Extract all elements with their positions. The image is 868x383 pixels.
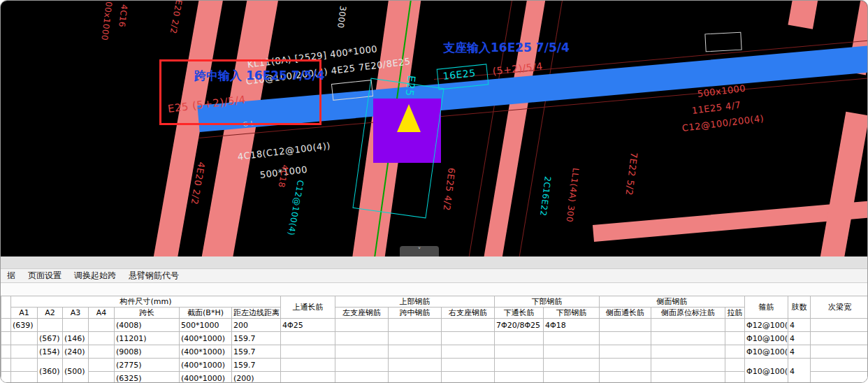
table-cell[interactable]: (200) [232,372,281,383]
table-cell[interactable] [725,359,745,372]
table-cell[interactable]: 200 [232,319,281,332]
table-cell[interactable] [38,319,63,332]
table-cell[interactable] [725,332,745,345]
table-cell[interactable]: 500*1000 [180,319,232,332]
table-cell[interactable]: (500) [63,359,89,383]
table-cell[interactable] [89,319,115,332]
table-cell[interactable] [11,332,38,345]
table-cell[interactable] [442,332,495,345]
table-cell[interactable] [281,345,335,359]
beam-shape[interactable] [819,112,868,256]
table-cell[interactable] [1,372,11,383]
table-cell[interactable] [544,332,600,345]
table-cell[interactable] [89,345,115,359]
table-cell[interactable]: (400*1000) [180,372,232,383]
table-cell[interactable]: (4008) [115,319,180,332]
table-cell[interactable] [811,345,868,359]
table-cell[interactable]: Φ10@100( [745,359,788,383]
table-cell[interactable]: Φ10@100( [745,345,788,359]
table-cell[interactable] [495,345,544,359]
table-cell[interactable] [1,359,11,372]
table-cell[interactable] [442,345,495,359]
table-cell[interactable] [335,372,389,383]
menu-item-cantilever-code[interactable]: 悬臂钢筋代号 [122,270,185,282]
table-cell[interactable] [1,345,11,359]
table-cell[interactable] [335,345,389,359]
table-cell[interactable] [281,359,335,372]
table-cell[interactable] [600,319,651,332]
table-cell[interactable] [442,359,495,372]
table-cell[interactable]: Φ10@100( [745,332,788,345]
table-cell[interactable]: (400*1000) [180,359,232,372]
menu-item-data[interactable]: 据 [1,270,22,282]
table-cell[interactable] [651,345,725,359]
table-cell[interactable] [725,345,745,359]
table-cell[interactable]: 4 [788,345,811,359]
table-cell[interactable] [335,332,389,345]
table-cell[interactable] [811,359,868,372]
table-cell[interactable] [281,372,335,383]
table-cell[interactable]: Φ12@100( [745,319,788,332]
table-cell[interactable]: 4 [788,332,811,345]
cad-viewport[interactable]: 00x1000 4C16 E20 2/2 3000 KL11(8A) [2529… [1,1,868,256]
table-cell[interactable] [600,372,651,383]
table-cell[interactable] [389,319,442,332]
table-cell[interactable]: 4 [788,319,811,332]
table-cell[interactable] [89,359,115,372]
table-cell[interactable] [495,359,544,372]
table-cell[interactable]: (567) [38,332,63,345]
table-cell[interactable]: 7Φ20/8Φ25 [495,319,544,332]
table-cell[interactable]: (639) [11,319,38,332]
table-cell[interactable]: (400*1000) [180,332,232,345]
beam-shape[interactable] [482,1,548,256]
table-cell[interactable] [544,345,600,359]
table-cell[interactable] [651,319,725,332]
table-cell[interactable] [442,319,495,332]
table-cell[interactable]: 4Φ25 [281,319,335,332]
table-cell[interactable] [335,359,389,372]
table-cell[interactable] [89,372,115,383]
table-cell[interactable] [89,332,115,345]
table-cell[interactable]: (154) [38,345,63,359]
table-cell[interactable] [11,345,38,359]
table-cell[interactable] [389,359,442,372]
table-cell[interactable] [495,372,544,383]
beam-shape[interactable] [788,1,818,29]
table-cell[interactable] [389,332,442,345]
table-cell[interactable] [651,359,725,372]
table-cell[interactable]: 4Φ18 [544,319,600,332]
table-cell[interactable] [389,372,442,383]
table-cell[interactable] [495,332,544,345]
table-cell[interactable]: (11201) [115,332,180,345]
table-cell[interactable]: 159.7 [232,332,281,345]
table-cell[interactable]: 159.7 [232,359,281,372]
table-cell[interactable] [600,345,651,359]
table-cell[interactable] [11,372,38,383]
table-cell[interactable] [63,319,89,332]
table-cell[interactable] [11,359,38,372]
table-cell[interactable]: (360) [38,359,63,383]
table-cell[interactable]: (2775) [115,359,180,372]
menu-item-swap-start-span[interactable]: 调换起始跨 [68,270,122,282]
table-cell[interactable]: (6325) [115,372,180,383]
panel-collapse-tab[interactable]: ˅ [400,246,439,256]
table-cell[interactable] [600,359,651,372]
table-cell[interactable]: 159.7 [232,345,281,359]
table-cell[interactable]: (400*1000) [180,345,232,359]
table-cell[interactable] [544,359,600,372]
table-cell[interactable]: (146) [63,332,89,345]
table-cell[interactable] [651,372,725,383]
table-cell[interactable] [725,319,745,332]
table-cell[interactable] [1,319,11,332]
table-cell[interactable]: (240) [63,345,89,359]
table-cell[interactable] [600,332,651,345]
table-cell[interactable] [442,372,495,383]
table-cell[interactable] [1,332,11,345]
table-cell[interactable] [335,319,389,332]
table-cell[interactable] [811,372,868,383]
table-cell[interactable] [281,332,335,345]
table-cell[interactable] [811,319,868,332]
table-cell[interactable] [811,332,868,345]
menu-item-page-setup[interactable]: 页面设置 [22,270,68,282]
table-cell[interactable] [725,372,745,383]
